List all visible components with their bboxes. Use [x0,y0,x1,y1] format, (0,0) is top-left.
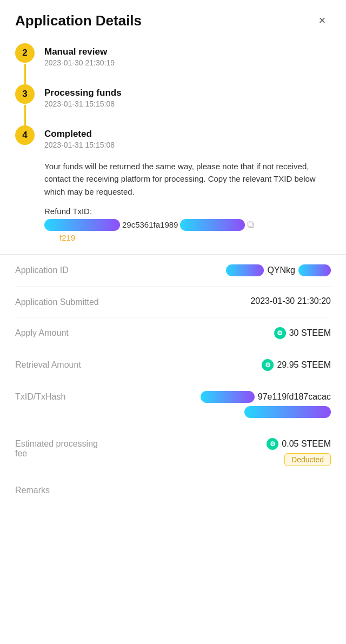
step-circle-2: 2 [15,43,35,63]
step-2-date: 2023-01-30 21:30:19 [44,58,115,67]
steem-icon-fee: ⚙ [267,438,278,450]
retrieval-amount-text: 29.95 STEEM [277,360,331,370]
txid-blur-right [180,219,245,231]
submitted-date: 2023-01-30 21:30:20 [250,296,331,306]
remarks-label: Remarks [0,476,346,495]
steem-icon-apply: ⚙ [274,327,286,339]
app-id-text: QYNkg [267,265,295,275]
txhash-blur-2 [244,406,331,418]
submitted-label: Application Submitted [15,296,112,307]
apply-amount-text: 30 STEEM [289,328,331,338]
step-2-label: Manual review [44,47,115,57]
apply-amount-label: Apply Amount [15,327,112,338]
deducted-badge: Deducted [284,453,331,466]
timeline-connector-2 [24,64,26,84]
txid-blur-left [44,219,120,231]
processing-fee-text: 0.05 STEEM [282,439,331,449]
application-details-page: Application Details × 2 Manual review 20… [0,0,346,644]
application-id-label: Application ID [15,264,112,275]
copy-icon[interactable]: ⧉ [247,219,254,230]
header: Application Details × [0,0,346,38]
detail-row-submitted: Application Submitted 2023-01-30 21:30:2… [15,287,331,317]
details-table: Application ID QYNkg Application Submitt… [0,255,346,476]
timeline-item-2: 2 Manual review 2023-01-30 21:30:19 [15,43,331,84]
step-circle-3: 3 [15,84,35,104]
apply-amount-value: ⚙ 30 STEEM [274,327,331,339]
timeline-item-3: 3 Processing funds 2023-01-31 15:15:08 [15,84,331,125]
page-title: Application Details [15,12,142,29]
refund-txid-row: 29c5361fa1989 ⧉ [44,219,331,231]
steem-icon-retrieval: ⚙ [262,359,274,371]
detail-row-application-id: Application ID QYNkg [15,255,331,287]
retrieval-amount-label: Retrieval Amount [15,359,112,370]
timeline-connector-3 [24,105,26,125]
close-button[interactable]: × [314,12,331,29]
processing-fee-label: Estimated processingfee [15,438,112,459]
app-id-blur-left [226,264,264,276]
detail-row-txid: TxID/TxHash 97e119fd187cacac [15,381,331,428]
step-4-label: Completed [44,129,115,140]
processing-fee-value: ⚙ 0.05 STEEM Deducted [267,438,331,466]
txhash-text: 97e119fd187cacac [258,392,331,402]
detail-row-apply-amount: Apply Amount ⚙ 30 STEEM [15,317,331,349]
refund-txid-label: Refund TxID: [44,207,331,216]
txhash-blur [201,391,255,403]
detail-row-retrieval-amount: Retrieval Amount ⚙ 29.95 STEEM [15,349,331,381]
txid-value: 97e119fd187cacac [201,391,331,418]
timeline-item-4: 4 Completed 2023-01-31 15:15:08 [15,125,331,155]
completed-description: Your funds will be returned the same way… [44,160,331,198]
app-id-blur-right [298,264,331,276]
application-id-value: QYNkg [226,264,331,276]
step-circle-4: 4 [15,125,35,145]
step-4-date: 2023-01-31 15:15:08 [44,141,115,149]
timeline: 2 Manual review 2023-01-30 21:30:19 3 Pr… [0,38,346,155]
txid-middle: 29c5361fa1989 [122,220,178,229]
step-3-date: 2023-01-31 15:15:08 [44,99,122,108]
detail-row-processing-fee: Estimated processingfee ⚙ 0.05 STEEM Ded… [15,428,331,476]
txid-label: TxID/TxHash [15,391,112,402]
retrieval-amount-value: ⚙ 29.95 STEEM [262,359,331,371]
step-3-label: Processing funds [44,88,122,98]
submitted-value: 2023-01-30 21:30:20 [250,296,331,306]
txid-suffix: f219 [59,233,346,242]
